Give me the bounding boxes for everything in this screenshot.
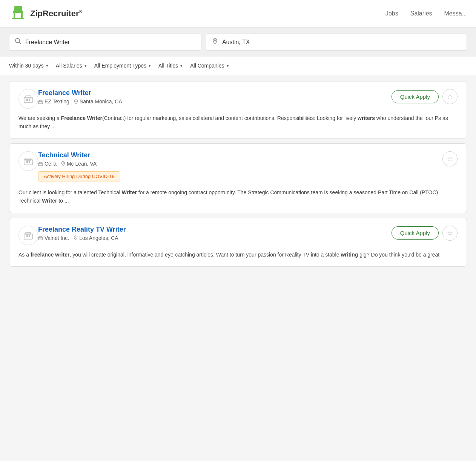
svg-point-7 — [214, 40, 216, 41]
salary-filter-chevron: ▾ — [84, 63, 87, 68]
company-name-2: Cella — [38, 161, 57, 167]
job-card-1: Freelance Writer EZ Texting Santa Monica… — [9, 81, 467, 139]
quick-apply-button-3[interactable]: Quick Apply — [392, 226, 439, 240]
search-icon — [15, 38, 21, 46]
job-description-1: We are seeking a Freelance Writer(Contra… — [18, 114, 458, 131]
svg-point-28 — [75, 237, 76, 238]
svg-rect-18 — [29, 161, 30, 163]
nav-salaries[interactable]: Salaries — [410, 10, 432, 17]
job-actions-2: ☆ — [442, 151, 458, 166]
salary-filter[interactable]: All Salaries ▾ — [56, 61, 87, 70]
job-main-1: Freelance Writer EZ Texting Santa Monica… — [38, 89, 392, 104]
job-description-2: Our client is looking for a talented Tec… — [18, 188, 458, 205]
titles-filter-label: All Titles — [158, 63, 178, 69]
header: ZipRecruiter® Jobs Salaries Messa... — [0, 0, 476, 28]
employment-filter-chevron: ▾ — [149, 63, 151, 68]
job-main-2: Technical Writer Cella Mc Lean, VA Activ… — [38, 151, 442, 183]
job-card-2-top-row: Technical Writer Cella Mc Lean, VA Activ… — [18, 151, 458, 183]
job-meta-1: EZ Texting Santa Monica, CA — [38, 98, 392, 104]
job-meta-2: Cella Mc Lean, VA — [38, 161, 442, 167]
job-meta-3: Valnet Inc. Los Angeles, CA — [38, 235, 392, 241]
favorite-button-2[interactable]: ☆ — [442, 151, 458, 166]
company-logo-2 — [18, 151, 38, 171]
companies-filter[interactable]: All Companies ▾ — [190, 61, 229, 70]
location-search-input[interactable] — [222, 39, 461, 46]
job-title-2[interactable]: Technical Writer — [38, 151, 90, 159]
svg-rect-25 — [29, 235, 30, 237]
job-actions-3: Quick Apply ☆ — [392, 226, 458, 241]
svg-rect-10 — [26, 99, 28, 101]
svg-point-14 — [75, 100, 76, 101]
ziprecruiter-logo-icon — [9, 5, 27, 23]
svg-rect-2 — [14, 13, 15, 19]
location-pin-icon — [212, 38, 218, 46]
job-card-2: Technical Writer Cella Mc Lean, VA Activ… — [9, 143, 467, 213]
nav-jobs[interactable]: Jobs — [385, 10, 398, 17]
company-logo-3 — [18, 226, 38, 245]
job-card-1-top-row: Freelance Writer EZ Texting Santa Monica… — [18, 89, 458, 109]
nav-messages[interactable]: Messa... — [444, 10, 467, 17]
logo-area: ZipRecruiter® — [9, 5, 82, 23]
job-card-3-top-row: Freelance Reality TV Writer Valnet Inc. … — [18, 226, 458, 245]
job-actions-1: Quick Apply ☆ — [392, 89, 458, 104]
svg-rect-24 — [26, 235, 28, 237]
job-location-2: Mc Lean, VA — [61, 161, 97, 167]
quick-apply-button-1[interactable]: Quick Apply — [392, 90, 439, 103]
job-search-wrap — [9, 34, 201, 51]
employment-filter-label: All Employment Types — [94, 63, 146, 69]
svg-rect-9 — [26, 96, 31, 98]
job-card-3: Freelance Reality TV Writer Valnet Inc. … — [9, 218, 467, 267]
companies-filter-label: All Companies — [190, 63, 224, 69]
companies-filter-chevron: ▾ — [227, 63, 229, 68]
star-icon-2: ☆ — [447, 155, 453, 163]
job-list: Freelance Writer EZ Texting Santa Monica… — [0, 75, 476, 273]
svg-rect-1 — [14, 6, 22, 11]
date-filter-chevron: ▾ — [46, 63, 48, 68]
star-icon-1: ☆ — [447, 92, 453, 101]
location-search-wrap — [206, 34, 467, 51]
star-icon-3: ☆ — [447, 229, 453, 237]
titles-filter[interactable]: All Titles ▾ — [158, 61, 183, 70]
salary-filter-label: All Salaries — [56, 63, 82, 69]
titles-filter-chevron: ▾ — [180, 63, 183, 68]
date-filter-label: Within 30 days — [9, 63, 44, 69]
job-location-3: Los Angeles, CA — [74, 235, 118, 241]
svg-rect-4 — [12, 18, 24, 19]
logo-text: ZipRecruiter® — [30, 9, 82, 18]
employment-filter[interactable]: All Employment Types ▾ — [94, 61, 151, 70]
job-title-3[interactable]: Freelance Reality TV Writer — [38, 226, 126, 233]
svg-rect-3 — [21, 13, 23, 19]
job-title-1[interactable]: Freelance Writer — [38, 89, 91, 97]
svg-rect-16 — [26, 158, 31, 160]
favorite-button-1[interactable]: ☆ — [442, 89, 458, 104]
svg-rect-17 — [26, 161, 28, 163]
search-bar — [0, 28, 476, 57]
svg-line-6 — [19, 42, 21, 44]
filters-bar: Within 30 days ▾ All Salaries ▾ All Empl… — [0, 57, 476, 75]
company-name-3: Valnet Inc. — [38, 235, 69, 241]
main-nav: Jobs Salaries Messa... — [385, 10, 467, 17]
date-filter[interactable]: Within 30 days ▾ — [9, 61, 48, 70]
company-name-1: EZ Texting — [38, 98, 69, 104]
job-description-3: As a freelance writer, you will create o… — [18, 250, 458, 259]
job-main-3: Freelance Reality TV Writer Valnet Inc. … — [38, 226, 392, 241]
job-location-1: Santa Monica, CA — [74, 98, 122, 104]
favorite-button-3[interactable]: ☆ — [442, 226, 458, 241]
job-search-input[interactable] — [25, 39, 196, 46]
covid-badge-2: Actively Hiring During COVID-19 — [38, 171, 120, 181]
svg-rect-23 — [26, 232, 31, 235]
svg-rect-11 — [29, 99, 30, 101]
company-logo-1 — [18, 89, 38, 109]
svg-point-21 — [63, 163, 63, 163]
